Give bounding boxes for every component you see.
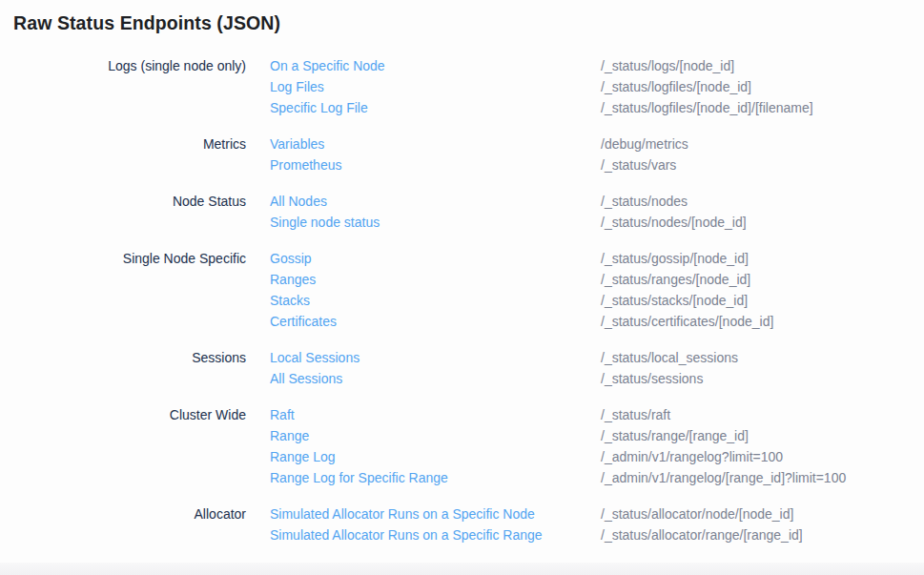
endpoint-path: /_status/raft bbox=[601, 404, 924, 425]
entry-rows: Raft /_status/raft Range /_status/range/… bbox=[270, 404, 924, 488]
endpoint-path: /_status/stacks/[node_id] bbox=[601, 290, 924, 311]
endpoint-link[interactable]: Ranges bbox=[270, 269, 601, 290]
endpoint-link[interactable]: Specific Log File bbox=[270, 97, 601, 118]
endpoint-link[interactable]: Local Sessions bbox=[270, 347, 601, 368]
endpoint-path: /_status/range/[range_id] bbox=[601, 425, 924, 446]
endpoint-row: Specific Log File /_status/logfiles/[nod… bbox=[270, 97, 924, 118]
endpoint-link[interactable]: Range bbox=[270, 425, 601, 446]
endpoint-link[interactable]: Simulated Allocator Runs on a Specific N… bbox=[270, 503, 601, 524]
entry-rows: Variables /debug/metrics Prometheus /_st… bbox=[270, 133, 924, 175]
category-label: Cluster Wide bbox=[13, 404, 246, 488]
endpoint-row: Range Log /_admin/v1/rangelog?limit=100 bbox=[270, 446, 924, 467]
endpoint-path: /_status/ranges/[node_id] bbox=[601, 269, 924, 290]
endpoint-link[interactable]: All Nodes bbox=[270, 191, 601, 212]
endpoint-link[interactable]: Simulated Allocator Runs on a Specific R… bbox=[270, 524, 601, 545]
endpoint-row: Raft /_status/raft bbox=[270, 404, 924, 425]
category-label: Sessions bbox=[13, 347, 246, 389]
endpoint-row: All Nodes /_status/nodes bbox=[270, 191, 924, 212]
endpoint-row: Gossip /_status/gossip/[node_id] bbox=[270, 248, 924, 269]
category-label: Allocator bbox=[13, 503, 246, 545]
endpoint-group: Logs (single node only) On a Specific No… bbox=[13, 55, 924, 118]
entry-rows: Gossip /_status/gossip/[node_id] Ranges … bbox=[270, 248, 924, 332]
endpoint-row: All Sessions /_status/sessions bbox=[270, 368, 924, 389]
endpoint-path: /_status/certificates/[node_id] bbox=[601, 311, 924, 332]
endpoint-path: /_status/vars bbox=[601, 154, 924, 175]
endpoint-groups: Logs (single node only) On a Specific No… bbox=[13, 55, 924, 545]
endpoint-row: Prometheus /_status/vars bbox=[270, 154, 924, 175]
entry-rows: Simulated Allocator Runs on a Specific N… bbox=[270, 503, 924, 545]
endpoint-path: /_status/allocator/node/[node_id] bbox=[601, 503, 924, 524]
endpoint-row: Simulated Allocator Runs on a Specific R… bbox=[270, 524, 924, 545]
endpoint-link[interactable]: Single node status bbox=[270, 212, 601, 233]
endpoint-group: Cluster Wide Raft /_status/raft Range /_… bbox=[13, 404, 924, 488]
endpoint-path: /_status/nodes bbox=[601, 191, 924, 212]
endpoint-row: On a Specific Node /_status/logs/[node_i… bbox=[270, 55, 924, 76]
endpoint-link[interactable]: Variables bbox=[270, 133, 601, 154]
endpoint-path: /_status/allocator/range/[range_id] bbox=[601, 524, 924, 545]
endpoint-group: Allocator Simulated Allocator Runs on a … bbox=[13, 503, 924, 545]
raw-status-endpoints-page: Raw Status Endpoints (JSON) Logs (single… bbox=[0, 0, 924, 545]
category-label: Logs (single node only) bbox=[13, 55, 246, 118]
endpoint-row: Local Sessions /_status/local_sessions bbox=[270, 347, 924, 368]
endpoint-link[interactable]: Log Files bbox=[270, 76, 601, 97]
entry-rows: On a Specific Node /_status/logs/[node_i… bbox=[270, 55, 924, 118]
entry-rows: Local Sessions /_status/local_sessions A… bbox=[270, 347, 924, 389]
endpoint-row: Certificates /_status/certificates/[node… bbox=[270, 311, 924, 332]
endpoint-group: Node Status All Nodes /_status/nodes Sin… bbox=[13, 191, 924, 233]
endpoint-row: Variables /debug/metrics bbox=[270, 133, 924, 154]
footer-band bbox=[0, 563, 924, 575]
endpoint-link[interactable]: All Sessions bbox=[270, 368, 601, 389]
entry-rows: All Nodes /_status/nodes Single node sta… bbox=[270, 191, 924, 233]
category-label: Single Node Specific bbox=[13, 248, 246, 332]
endpoint-group: Metrics Variables /debug/metrics Prometh… bbox=[13, 133, 924, 175]
endpoint-row: Simulated Allocator Runs on a Specific N… bbox=[270, 503, 924, 524]
endpoint-row: Range Log for Specific Range /_admin/v1/… bbox=[270, 467, 924, 488]
endpoint-link[interactable]: Stacks bbox=[270, 290, 601, 311]
category-label: Metrics bbox=[13, 133, 246, 175]
endpoint-link[interactable]: On a Specific Node bbox=[270, 55, 601, 76]
endpoint-path: /_admin/v1/rangelog?limit=100 bbox=[601, 446, 924, 467]
endpoint-group: Sessions Local Sessions /_status/local_s… bbox=[13, 347, 924, 389]
category-label: Node Status bbox=[13, 191, 246, 233]
endpoint-path: /_admin/v1/rangelog/[range_id]?limit=100 bbox=[601, 467, 924, 488]
endpoint-row: Range /_status/range/[range_id] bbox=[270, 425, 924, 446]
endpoint-group: Single Node Specific Gossip /_status/gos… bbox=[13, 248, 924, 332]
endpoint-path: /_status/logfiles/[node_id]/[filename] bbox=[601, 97, 924, 118]
endpoint-path: /_status/logs/[node_id] bbox=[601, 55, 924, 76]
endpoint-link[interactable]: Prometheus bbox=[270, 154, 601, 175]
endpoint-path: /_status/logfiles/[node_id] bbox=[601, 76, 924, 97]
page-title: Raw Status Endpoints (JSON) bbox=[13, 12, 924, 34]
endpoint-row: Single node status /_status/nodes/[node_… bbox=[270, 212, 924, 233]
endpoint-link[interactable]: Range Log for Specific Range bbox=[270, 467, 601, 488]
endpoint-row: Stacks /_status/stacks/[node_id] bbox=[270, 290, 924, 311]
endpoint-link[interactable]: Raft bbox=[270, 404, 601, 425]
endpoint-path: /_status/sessions bbox=[601, 368, 924, 389]
endpoint-link[interactable]: Range Log bbox=[270, 446, 601, 467]
endpoint-path: /_status/gossip/[node_id] bbox=[601, 248, 924, 269]
endpoint-link[interactable]: Gossip bbox=[270, 248, 601, 269]
endpoint-path: /_status/local_sessions bbox=[601, 347, 924, 368]
endpoint-path: /_status/nodes/[node_id] bbox=[601, 212, 924, 233]
endpoint-path: /debug/metrics bbox=[601, 133, 924, 154]
endpoint-row: Log Files /_status/logfiles/[node_id] bbox=[270, 76, 924, 97]
endpoint-row: Ranges /_status/ranges/[node_id] bbox=[270, 269, 924, 290]
endpoint-link[interactable]: Certificates bbox=[270, 311, 601, 332]
